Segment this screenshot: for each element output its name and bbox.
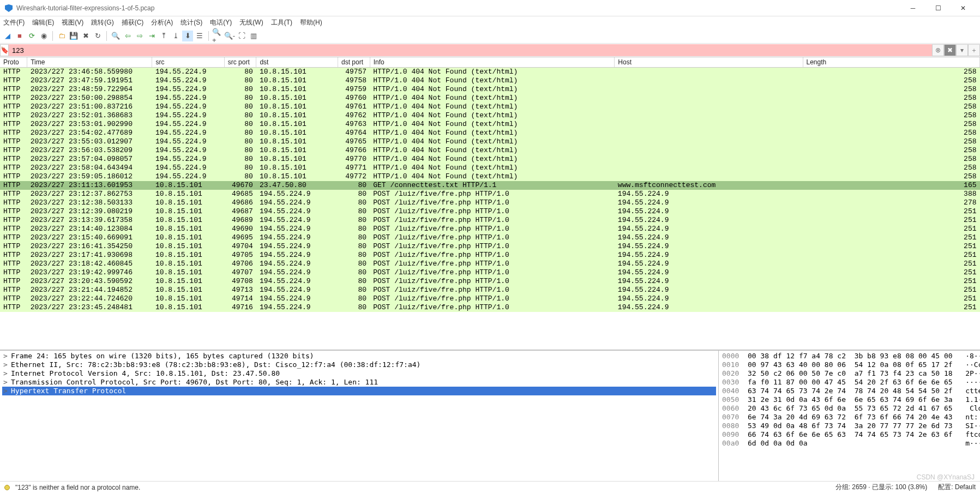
packet-row[interactable]: HTTP2023/227 23:19:42.99974610.8.15.1014… <box>0 268 980 277</box>
find-icon[interactable]: 🔍 <box>110 31 121 41</box>
stop-capture-icon[interactable]: ■ <box>14 31 25 41</box>
close-file-icon[interactable]: ✖ <box>80 31 91 41</box>
hex-line[interactable]: 0010 00 97 43 63 40 00 80 06 54 12 0a 08… <box>722 360 977 369</box>
packet-details-tree[interactable]: >Frame 24: 165 bytes on wire (1320 bits)… <box>0 351 718 481</box>
tree-node[interactable]: >Transmission Control Protocol, Src Port… <box>2 378 716 387</box>
menu-item[interactable]: 无线(W) <box>239 18 263 27</box>
open-file-icon[interactable]: 🗀 <box>56 31 67 41</box>
expert-info-icon[interactable] <box>4 485 10 490</box>
packet-row[interactable]: HTTP2023/227 23:57:04.098057194.55.224.9… <box>0 155 980 164</box>
hex-line[interactable]: 0040 63 74 74 65 73 74 2e 74 78 74 20 48… <box>722 387 977 395</box>
restart-capture-icon[interactable]: ⟳ <box>26 31 37 41</box>
packet-row[interactable]: HTTP2023/227 23:12:38.50313310.8.15.1014… <box>0 199 980 207</box>
display-filter-input[interactable] <box>9 44 932 56</box>
go-back-icon[interactable]: ⇦ <box>122 31 133 41</box>
menu-item[interactable]: 工具(T) <box>271 18 292 27</box>
menu-item[interactable]: 文件(F) <box>3 18 25 27</box>
packet-row[interactable]: HTTP2023/227 23:48:59.722964194.55.224.9… <box>0 85 980 94</box>
packet-row[interactable]: HTTP2023/227 23:22:44.72462010.8.15.1014… <box>0 294 980 303</box>
packet-list[interactable]: ProtoTimesrcsrc portdstdst portInfoHostL… <box>0 57 980 350</box>
hex-line[interactable]: 0080 53 49 0d 0a 48 6f 73 74 3a 20 77 77… <box>722 422 977 430</box>
column-header[interactable]: Info <box>370 57 615 68</box>
packet-row[interactable]: HTTP2023/227 23:21:44.19485210.8.15.1014… <box>0 286 980 294</box>
start-capture-icon[interactable]: ◢ <box>2 31 13 41</box>
hex-line[interactable]: 0050 31 2e 31 0d 0a 43 6f 6e 6e 65 63 74… <box>722 395 977 404</box>
minimize-button[interactable]: ─ <box>900 0 925 16</box>
packet-row[interactable]: HTTP2023/227 23:23:45.24848110.8.15.1014… <box>0 303 980 312</box>
hex-line[interactable]: 0020 32 50 c2 06 00 50 7e c0 a7 f1 73 f4… <box>722 369 977 378</box>
menu-item[interactable]: 帮助(H) <box>300 18 322 27</box>
column-header[interactable]: src <box>152 57 224 68</box>
column-header[interactable]: src port <box>224 57 256 68</box>
packet-row[interactable]: HTTP2023/227 23:46:58.559980194.55.224.9… <box>0 68 980 77</box>
menu-item[interactable]: 捕获(C) <box>122 18 144 27</box>
packet-bytes-hex[interactable]: 0000 00 38 df 12 f7 a4 78 c2 3b b8 93 e8… <box>718 351 980 481</box>
column-header[interactable]: Time <box>27 57 152 68</box>
resize-columns-icon[interactable]: ▥ <box>248 31 259 41</box>
menu-item[interactable]: 分析(A) <box>151 18 173 27</box>
packet-row[interactable]: HTTP2023/227 23:20:43.59059210.8.15.1014… <box>0 277 980 286</box>
packet-row[interactable]: HTTP2023/227 23:58:04.643494194.55.224.9… <box>0 164 980 172</box>
packet-row[interactable]: HTTP2023/227 23:52:01.368683194.55.224.9… <box>0 111 980 120</box>
packet-row[interactable]: HTTP2023/227 23:17:41.93069810.8.15.1014… <box>0 251 980 260</box>
filter-add-icon[interactable]: ＋ <box>968 44 980 56</box>
packet-row[interactable]: HTTP2023/227 23:55:03.012907194.55.224.9… <box>0 137 980 146</box>
filter-apply-icon[interactable]: ▾ <box>956 44 968 56</box>
expand-icon[interactable]: > <box>3 378 9 387</box>
expand-icon[interactable]: > <box>3 352 9 360</box>
expand-icon[interactable]: > <box>3 369 9 378</box>
hex-line[interactable]: 0060 20 43 6c 6f 73 65 0d 0a 55 73 65 72… <box>722 404 977 413</box>
expand-icon[interactable]: > <box>3 387 9 395</box>
column-header[interactable]: dst <box>256 57 338 68</box>
menu-item[interactable]: 电话(Y) <box>210 18 232 27</box>
packet-row[interactable]: HTTP2023/227 23:16:41.35425010.8.15.1014… <box>0 242 980 251</box>
menu-item[interactable]: 统计(S) <box>181 18 202 27</box>
hex-line[interactable]: 0070 6e 74 3a 20 4d 69 63 72 6f 73 6f 66… <box>722 413 977 422</box>
packet-row[interactable]: HTTP2023/227 23:15:40.66909110.8.15.1014… <box>0 233 980 242</box>
column-header[interactable]: Proto <box>0 57 27 68</box>
zoom-in-icon[interactable]: 🔍+ <box>212 31 223 41</box>
tree-node[interactable]: >Ethernet II, Src: 78:c2:3b:b8:93:e8 (78… <box>2 360 716 369</box>
tree-node[interactable]: >Frame 24: 165 bytes on wire (1320 bits)… <box>2 352 716 360</box>
filter-cancel-icon[interactable]: ✖ <box>944 44 956 56</box>
packet-row[interactable]: HTTP2023/227 23:54:02.477689194.55.224.9… <box>0 129 980 137</box>
capture-options-icon[interactable]: ◉ <box>38 31 49 41</box>
save-file-icon[interactable]: 💾 <box>68 31 79 41</box>
go-forward-icon[interactable]: ⇨ <box>134 31 145 41</box>
packet-row[interactable]: HTTP2023/227 23:12:37.86275310.8.15.1014… <box>0 190 980 199</box>
first-packet-icon[interactable]: ⤒ <box>158 31 169 41</box>
zoom-out-icon[interactable]: 🔍- <box>224 31 235 41</box>
last-packet-icon[interactable]: ⤓ <box>170 31 181 41</box>
packet-row[interactable]: HTTP2023/227 23:13:39.61735810.8.15.1014… <box>0 216 980 225</box>
filter-bookmark-icon[interactable]: 🔖 <box>0 44 9 56</box>
hex-line[interactable]: 0090 66 74 63 6f 6e 6e 65 63 74 74 65 73… <box>722 430 977 439</box>
filter-clear-icon[interactable]: ⊗ <box>932 44 944 56</box>
hex-line[interactable]: 00a0 6d 0d 0a 0d 0a m···· <box>722 439 977 448</box>
packet-row[interactable]: HTTP2023/227 23:12:39.08021910.8.15.1014… <box>0 207 980 216</box>
reload-file-icon[interactable]: ↻ <box>92 31 103 41</box>
tree-node[interactable]: >Hypertext Transfer Protocol <box>2 387 716 395</box>
hex-line[interactable]: 0000 00 38 df 12 f7 a4 78 c2 3b b8 93 e8… <box>722 352 977 360</box>
go-to-packet-icon[interactable]: ⇥ <box>146 31 157 41</box>
close-button[interactable]: ✕ <box>951 0 976 16</box>
menu-item[interactable]: 视图(V) <box>62 18 83 27</box>
packet-row[interactable]: HTTP2023/227 23:47:59.191951194.55.224.9… <box>0 76 980 85</box>
packet-row[interactable]: HTTP2023/227 23:14:40.12308410.8.15.1014… <box>0 225 980 233</box>
packet-row[interactable]: HTTP2023/227 23:56:03.538209194.55.224.9… <box>0 146 980 155</box>
column-header[interactable]: Length <box>803 57 980 68</box>
tree-node[interactable]: >Internet Protocol Version 4, Src: 10.8.… <box>2 369 716 378</box>
packet-row[interactable]: HTTP2023/227 23:18:42.46084510.8.15.1014… <box>0 260 980 268</box>
packet-row[interactable]: HTTP2023/227 23:53:01.902990194.55.224.9… <box>0 120 980 129</box>
zoom-reset-icon[interactable]: ⛶ <box>236 31 247 41</box>
packet-row[interactable]: HTTP2023/227 23:51:00.837216194.55.224.9… <box>0 103 980 111</box>
maximize-button[interactable]: ☐ <box>925 0 951 16</box>
column-header[interactable]: Host <box>615 57 803 68</box>
hex-line[interactable]: 0030 fa f0 11 87 00 00 47 45 54 20 2f 63… <box>722 378 977 387</box>
menu-item[interactable]: 编辑(E) <box>32 18 54 27</box>
packet-row[interactable]: HTTP2023/227 23:11:13.60195310.8.15.1014… <box>0 181 980 190</box>
menu-item[interactable]: 跳转(G) <box>91 18 113 27</box>
expand-icon[interactable]: > <box>3 360 9 369</box>
column-header[interactable]: dst port <box>338 57 370 68</box>
auto-scroll-icon[interactable]: ⬇ <box>182 31 193 41</box>
packet-row[interactable]: HTTP2023/227 23:59:05.186012194.55.224.9… <box>0 172 980 181</box>
